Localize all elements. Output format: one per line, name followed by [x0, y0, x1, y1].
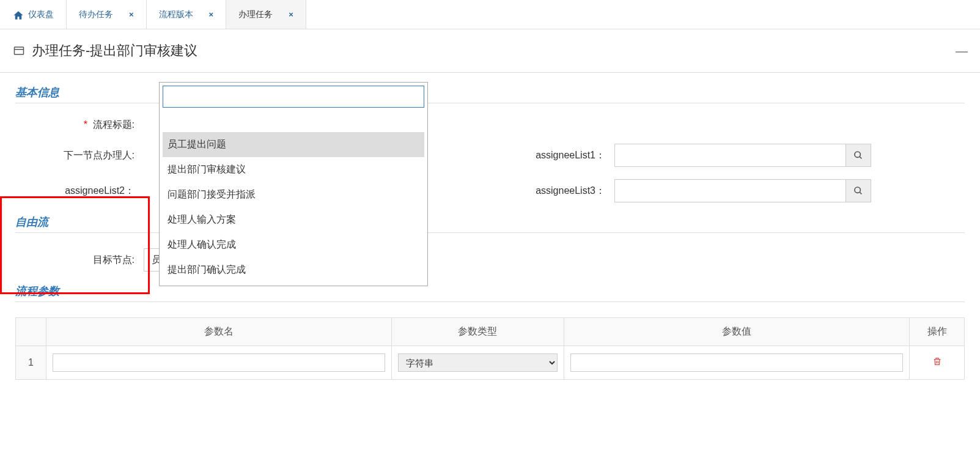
- input-group-assignee3: [614, 179, 871, 202]
- table-row: 1 字符串: [16, 346, 965, 380]
- dropdown-option[interactable]: 提出部门审核建议: [163, 157, 424, 182]
- cell-type: 字符串: [391, 346, 564, 380]
- assignee1-input[interactable]: [614, 144, 846, 167]
- th-type: 参数类型: [391, 318, 564, 346]
- assignee1-search-button[interactable]: [846, 144, 871, 167]
- tab-handle[interactable]: 办理任务 ×: [226, 0, 306, 29]
- section-params: 流程参数 参数名 参数类型 参数值 操作 1: [15, 284, 965, 380]
- cell-rownum: 1: [16, 346, 46, 380]
- search-icon: [853, 186, 863, 196]
- th-name: 参数名: [46, 318, 392, 346]
- param-table: 参数名 参数类型 参数值 操作 1 字符串: [15, 317, 965, 380]
- svg-line-3: [860, 157, 861, 158]
- section-title-freeflow: 自由流: [15, 215, 965, 233]
- section-title-params: 流程参数: [15, 284, 965, 302]
- section-basic: 基本信息 员工提出问题 提出部门审核建议 问题部门接受并指派 处理人输入方案 处…: [15, 85, 965, 202]
- dropdown-container: 员工提出问题 提出部门审核建议 问题部门接受并指派 处理人输入方案 处理人确认完…: [159, 82, 428, 286]
- cell-value: [564, 346, 910, 380]
- label-next-handler: 下一节点办理人:: [15, 149, 144, 162]
- tab-dashboard[interactable]: 仪表盘: [0, 0, 67, 29]
- home-icon: [12, 10, 23, 20]
- minimize-button[interactable]: —: [956, 44, 968, 58]
- col-assignee1: assigneeList1：: [407, 144, 871, 167]
- dropdown-option[interactable]: 问题部门接受并指派: [163, 182, 424, 207]
- svg-line-5: [860, 192, 861, 194]
- svg-point-2: [855, 152, 860, 157]
- th-value: 参数值: [564, 318, 910, 346]
- highlight-annotation: [0, 196, 150, 294]
- top-tabs: 仪表盘 待办任务 × 流程版本 × 办理任务 ×: [0, 0, 980, 29]
- cell-name: [46, 346, 392, 380]
- dropdown-spacer: [160, 111, 427, 129]
- param-type-select[interactable]: 字符串: [398, 353, 558, 372]
- content: 基本信息 员工提出问题 提出部门审核建议 问题部门接受并指派 处理人输入方案 处…: [0, 73, 980, 392]
- svg-point-4: [855, 187, 860, 193]
- tab-handle-label: 办理任务: [238, 9, 273, 20]
- close-icon[interactable]: ×: [129, 10, 134, 19]
- dropdown-search-input[interactable]: [163, 86, 424, 108]
- param-value-input[interactable]: [570, 353, 903, 372]
- tab-version[interactable]: 流程版本 ×: [147, 0, 227, 29]
- dropdown-option[interactable]: 处理人确认完成: [163, 232, 424, 257]
- section-title-basic: 基本信息: [15, 85, 965, 103]
- dropdown-option[interactable]: 提出部门确认完成: [163, 257, 424, 283]
- tab-dashboard-label: 仪表盘: [28, 9, 54, 20]
- row-next-handler: 下一节点办理人: assigneeList1：: [15, 144, 965, 167]
- dropdown-search: [160, 83, 427, 111]
- label-assignee3: assigneeList3：: [407, 185, 614, 198]
- label-target-node: 目标节点:: [15, 254, 144, 267]
- section-freeflow: 自由流 目标节点: 员工提出问题 ▲: [15, 215, 965, 272]
- assignee3-input[interactable]: [614, 179, 846, 202]
- tab-pending[interactable]: 待办任务 ×: [67, 0, 147, 29]
- page-header-left: 办理任务-提出部门审核建议: [12, 42, 197, 60]
- label-assignee1: assigneeList1：: [407, 149, 614, 162]
- required-mark: *: [84, 119, 87, 130]
- svg-rect-0: [15, 47, 24, 54]
- th-rownum: [16, 318, 46, 346]
- page-header: 办理任务-提出部门审核建议 —: [0, 29, 980, 73]
- trash-icon[interactable]: [932, 358, 942, 368]
- label-process-title: * 流程标题:: [15, 119, 144, 131]
- input-group-assignee1: [614, 144, 871, 167]
- col-assignee3: assigneeList3：: [407, 179, 871, 202]
- tab-pending-label: 待办任务: [79, 9, 113, 20]
- row-process-title: * 流程标题:: [15, 119, 965, 131]
- assignee3-search-button[interactable]: [846, 179, 871, 202]
- search-icon: [853, 150, 863, 160]
- page-title: 办理任务-提出部门审核建议: [32, 42, 197, 60]
- row-assignee23: assigneeList2： assigneeList3：: [15, 179, 965, 202]
- tab-version-label: 流程版本: [159, 9, 193, 20]
- dropdown-option[interactable]: 处理人输入方案: [163, 207, 424, 232]
- window-icon: [12, 45, 26, 56]
- dropdown-options-list[interactable]: 员工提出问题 提出部门审核建议 问题部门接受并指派 处理人输入方案 处理人确认完…: [160, 129, 427, 286]
- label-assignee2: assigneeList2：: [15, 185, 144, 198]
- label-process-title-text: 流程标题:: [93, 119, 134, 130]
- row-target-node: 目标节点: 员工提出问题 ▲: [15, 248, 965, 272]
- cell-op: [910, 346, 965, 380]
- dropdown-option[interactable]: 员工提出问题: [163, 132, 424, 157]
- param-name-input[interactable]: [53, 353, 385, 372]
- close-icon[interactable]: ×: [289, 10, 293, 19]
- th-op: 操作: [910, 318, 965, 346]
- close-icon[interactable]: ×: [209, 10, 214, 19]
